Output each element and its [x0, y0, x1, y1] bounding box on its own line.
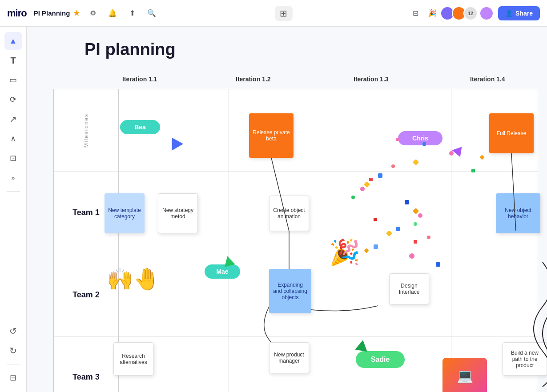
row-divider-3	[54, 336, 538, 336]
topbar-icons: ⚙ 🔔 ⬆ 🔍	[87, 7, 158, 20]
hands-illustration: 🙌🤚	[107, 267, 160, 292]
team-2-label-cell: Team 2	[54, 254, 118, 336]
sadie-tag-text: Sadie	[371, 356, 390, 364]
toolbar-divider	[7, 191, 20, 192]
undo-button[interactable]: ↺	[4, 322, 22, 340]
bea-tag-text: Bea	[134, 124, 146, 131]
design-interface-text: Design Interface	[393, 283, 425, 295]
new-product-manager-text: New product manager	[273, 352, 305, 364]
create-object-animation-sticky[interactable]: Create object animation	[269, 196, 309, 231]
green-arrow-2	[355, 339, 369, 352]
text-tool[interactable]: T	[4, 52, 22, 69]
upload-icon[interactable]: ⬆	[126, 7, 138, 20]
miro-logo[interactable]: miro	[7, 8, 27, 19]
new-product-manager-sticky[interactable]: New product manager	[269, 342, 309, 373]
iteration-1-3-header: Iteration 1.3	[354, 76, 389, 83]
expanding-collapsing-text: Expanding and collapsing objects	[273, 282, 308, 300]
bea-tag[interactable]: Bea	[120, 120, 160, 134]
laptop-illustration: 💻	[442, 358, 487, 392]
mae-tag[interactable]: Mae	[205, 264, 240, 279]
design-interface-sticky[interactable]: Design Interface	[389, 273, 429, 304]
full-release-sticky[interactable]: Full Release	[489, 113, 534, 153]
col-divider-4	[451, 89, 451, 392]
gear-icon[interactable]: ⚙	[87, 7, 99, 20]
board-title-main: PI planning	[84, 40, 176, 59]
avatar-group: 12	[443, 6, 478, 20]
left-toolbar: ▲ T ▭ ⟳ ↗ ∧ ⊡ » ↺ ↻ ⊟	[0, 27, 27, 392]
milestones-label: Milestones	[83, 113, 89, 148]
expanding-collapsing-sticky[interactable]: Expanding and collapsing objects	[269, 269, 311, 313]
team-2-label: Team 2	[72, 290, 100, 300]
create-object-animation-text: Create object animation	[273, 207, 305, 220]
col-divider-2	[229, 89, 229, 392]
board: PI planning Iteration 1.1 Iteration 1.2 …	[27, 27, 547, 392]
topbar-left: miro PI Planning ★ ⚙ 🔔 ⬆ 🔍	[7, 7, 158, 20]
chris-tag-text: Chris	[412, 135, 428, 142]
share-button[interactable]: 👤 Share	[498, 6, 540, 20]
team-1-label: Team 1	[72, 208, 100, 217]
topbar-center: ⊞	[275, 6, 293, 21]
milestones-cell: Milestones	[54, 89, 118, 172]
iteration-1-1-header: Iteration 1.1	[122, 76, 157, 83]
frame-tool[interactable]: ⊡	[4, 149, 22, 167]
row-divider-1	[54, 172, 538, 172]
topbar: miro PI Planning ★ ⚙ 🔔 ⬆ 🔍 ⊞ ⊟ 🎉 12 👤 Sh…	[0, 0, 547, 27]
share-icon: 👤	[505, 10, 513, 17]
release-private-beta-text: Release private beta	[253, 129, 290, 142]
layers-button[interactable]: ⊟	[4, 369, 22, 387]
research-alternatives-sticky[interactable]: Research alternatives	[113, 342, 153, 376]
sticky-note-tool[interactable]: ▭	[4, 71, 22, 89]
canvas[interactable]: PI planning Iteration 1.1 Iteration 1.2 …	[27, 27, 547, 392]
avatar-current-user	[479, 6, 494, 20]
chris-tag[interactable]: Chris	[398, 131, 442, 145]
topbar-right: ⊟ 🎉 12 👤 Share	[409, 6, 540, 20]
board-title: PI Planning ★	[34, 9, 80, 17]
celebrate-icon[interactable]: 🎉	[426, 7, 438, 20]
iteration-1-2-header: Iteration 1.2	[236, 76, 271, 83]
avatar-count: 12	[463, 6, 478, 20]
filter-icon[interactable]: ⊟	[409, 7, 422, 20]
bell-icon[interactable]: 🔔	[106, 7, 119, 20]
party-popper-illustration: 🎉	[329, 238, 360, 267]
release-private-beta-sticky[interactable]: Release private beta	[249, 113, 294, 158]
new-strategy-metod-text: New strategy metod	[162, 207, 194, 220]
board-title-text: PI Planning	[34, 9, 70, 17]
iteration-1-4-header: Iteration 1.4	[470, 76, 505, 83]
new-strategy-metod-sticky[interactable]: New strategy metod	[158, 193, 198, 233]
team-3-label: Team 3	[72, 372, 100, 382]
apps-icon[interactable]: ⊞	[275, 6, 293, 21]
toolbar-divider-2	[7, 364, 20, 364]
squiggly-lines	[507, 262, 547, 387]
new-template-category-text: New template category	[108, 207, 141, 220]
arrow-tool[interactable]: ↗	[4, 110, 22, 128]
new-object-behavior-text: New object behavior	[499, 207, 537, 220]
share-label: Share	[515, 10, 533, 17]
cursor-tool[interactable]: ▲	[4, 32, 22, 50]
team-3-label-cell: Team 3	[54, 336, 118, 392]
row-divider-2	[54, 254, 538, 254]
star-icon[interactable]: ★	[73, 9, 80, 17]
redo-button[interactable]: ↻	[4, 342, 22, 360]
sadie-tag[interactable]: Sadie	[356, 351, 405, 368]
more-tools[interactable]: »	[4, 169, 22, 187]
research-alternatives-text: Research alternatives	[117, 353, 149, 365]
pen-tool[interactable]: ∧	[4, 130, 22, 148]
new-object-behavior-sticky[interactable]: New object behavior	[496, 193, 540, 233]
shapes-tool[interactable]: ⟳	[4, 91, 22, 108]
mae-tag-text: Mae	[216, 268, 228, 275]
new-template-category-sticky[interactable]: New template category	[105, 193, 145, 233]
full-release-text: Full Release	[497, 130, 527, 136]
search-icon[interactable]: 🔍	[145, 7, 158, 20]
